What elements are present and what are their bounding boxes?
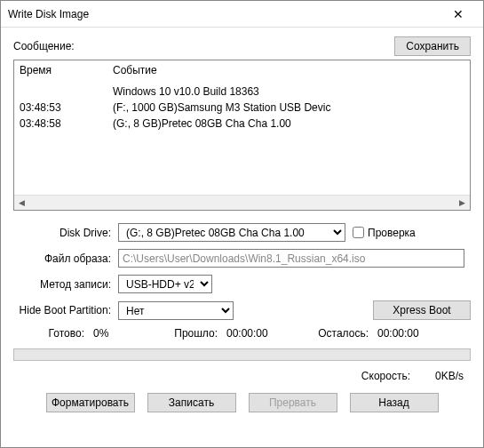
speed-value: 0KB/s <box>435 370 464 382</box>
write-button[interactable]: Записать <box>147 393 236 412</box>
log-event: (G:, 8 GB)Pretec 08GB Cha Cha 1.00 <box>113 116 291 132</box>
h-scrollbar[interactable]: ◀ ▶ <box>14 195 470 210</box>
log-time: 03:48:58 <box>20 116 113 132</box>
xpress-boot-button[interactable]: Xpress Boot <box>373 300 471 320</box>
elapsed-value: 00:00:00 <box>226 327 306 340</box>
titlebar: Write Disk Image ✕ <box>1 1 483 28</box>
log-time <box>20 84 113 100</box>
progress-row: Готово: 0% Прошло: 00:00:00 Осталось: 00… <box>13 327 471 340</box>
scroll-track[interactable] <box>29 196 455 210</box>
log-row: 03:48:58 (G:, 8 GB)Pretec 08GB Cha Cha 1… <box>20 116 464 132</box>
log-event: Windows 10 v10.0 Build 18363 <box>113 84 259 100</box>
log-row: Windows 10 v10.0 Build 18363 <box>20 84 464 100</box>
window-title: Write Disk Image <box>8 8 440 20</box>
check-input[interactable] <box>353 227 364 238</box>
abort-button: Прервать <box>249 393 337 412</box>
scroll-left-icon[interactable]: ◀ <box>14 196 29 211</box>
save-button[interactable]: Сохранить <box>394 36 471 56</box>
write-method-label: Метод записи: <box>13 278 118 291</box>
hide-boot-select[interactable]: Нет <box>118 301 234 320</box>
check-label: Проверка <box>368 227 416 239</box>
ready-label: Готово: <box>13 327 93 340</box>
write-method-select[interactable]: USB-HDD+ v2 <box>118 275 212 293</box>
content: Сообщение: Сохранить Время Событие Windo… <box>1 28 483 447</box>
log-row: 03:48:53 (F:, 1000 GB)Samsung M3 Station… <box>20 100 464 116</box>
disk-drive-label: Disk Drive: <box>13 227 118 239</box>
elapsed-label: Прошло: <box>155 327 226 340</box>
speed-label: Скорость: <box>361 370 410 382</box>
file-image-field[interactable] <box>118 249 464 268</box>
format-button[interactable]: Форматировать <box>46 393 135 412</box>
log-event: (F:, 1000 GB)Samsung M3 Station USB Devi… <box>113 100 330 116</box>
disk-drive-select[interactable]: (G:, 8 GB)Pretec 08GB Cha Cha 1.00 <box>118 223 345 242</box>
remaining-label: Осталось: <box>306 327 377 340</box>
file-image-label: Файл образа: <box>13 252 118 265</box>
log-header: Время Событие <box>14 60 470 82</box>
check-checkbox[interactable]: Проверка <box>353 227 416 239</box>
button-row: Форматировать Записать Прервать Назад <box>13 393 471 412</box>
back-button[interactable]: Назад <box>350 393 439 412</box>
col-event: Событие <box>113 64 157 76</box>
message-label: Сообщение: <box>13 40 394 52</box>
scroll-right-icon[interactable]: ▶ <box>455 196 470 211</box>
speed-row: Скорость: 0KB/s <box>13 370 471 382</box>
col-time: Время <box>20 64 113 76</box>
close-button[interactable]: ✕ <box>440 7 476 21</box>
log-time: 03:48:53 <box>20 100 113 116</box>
log-body: Windows 10 v10.0 Build 18363 03:48:53 (F… <box>14 82 470 195</box>
log-box: Время Событие Windows 10 v10.0 Build 183… <box>13 60 471 211</box>
remaining-value: 00:00:00 <box>377 327 419 340</box>
ready-value: 0% <box>93 327 155 340</box>
progress-bar <box>13 348 471 361</box>
form: Disk Drive: (G:, 8 GB)Pretec 08GB Cha Ch… <box>13 223 471 412</box>
hide-boot-label: Hide Boot Partition: <box>13 304 118 316</box>
